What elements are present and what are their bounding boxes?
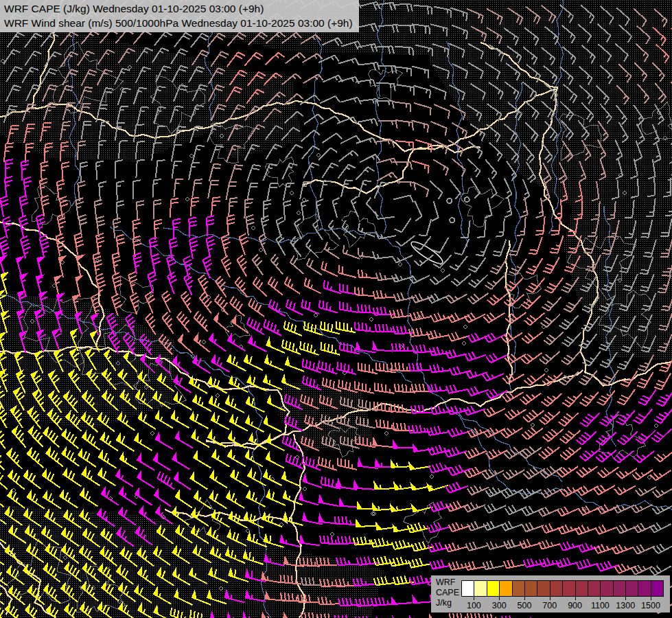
cape-legend: WRF CAPE J/kg 10030050070090011001300150… [431, 575, 670, 613]
cape-color-swatch [487, 581, 500, 596]
cape-color-swatch [576, 581, 588, 596]
legend-tick-mark [499, 596, 500, 600]
cape-color-swatch [651, 581, 663, 596]
legend-tick-mark [625, 596, 626, 600]
cape-color-swatch [563, 581, 575, 596]
cape-color-swatch [537, 581, 550, 596]
legend-label-model: WRF [436, 577, 459, 588]
legend-tick-mark [575, 596, 576, 600]
legend-tick-mark [524, 596, 525, 600]
cape-color-swatch [525, 581, 537, 596]
cape-color-swatch [638, 581, 651, 596]
cape-colorbar [461, 580, 664, 597]
legend-tick-mark [600, 596, 601, 600]
cape-color-swatch [588, 581, 601, 596]
legend-tick-mark [474, 596, 474, 600]
legend-label-units: J/kg [436, 598, 459, 608]
map-canvas [0, 0, 672, 618]
cape-color-swatch [462, 581, 474, 596]
cape-color-swatch [601, 581, 613, 596]
cape-color-swatch [513, 581, 525, 596]
legend-label-parameter: CAPE [436, 588, 459, 598]
legend-tick-mark [550, 596, 551, 600]
cape-color-swatch [551, 581, 563, 596]
legend-tick-mark [651, 596, 651, 600]
wrf-weather-map: WRF CAPE (J/kg) Wednesday 01-10-2025 03:… [0, 0, 672, 618]
legend-tick-label: 1500 [636, 601, 666, 610]
legend-label: WRF CAPE J/kg [436, 577, 459, 608]
title-line-cape: WRF CAPE (J/kg) Wednesday 01-10-2025 03:… [4, 1, 353, 16]
title-overlay: WRF CAPE (J/kg) Wednesday 01-10-2025 03:… [0, 0, 359, 32]
cape-color-swatch [626, 581, 638, 596]
cape-color-swatch [474, 581, 487, 596]
title-line-shear: WRF Wind shear (m/s) 500/1000hPa Wednesd… [4, 16, 353, 30]
cape-color-swatch [614, 581, 626, 596]
cape-color-swatch [500, 581, 512, 596]
